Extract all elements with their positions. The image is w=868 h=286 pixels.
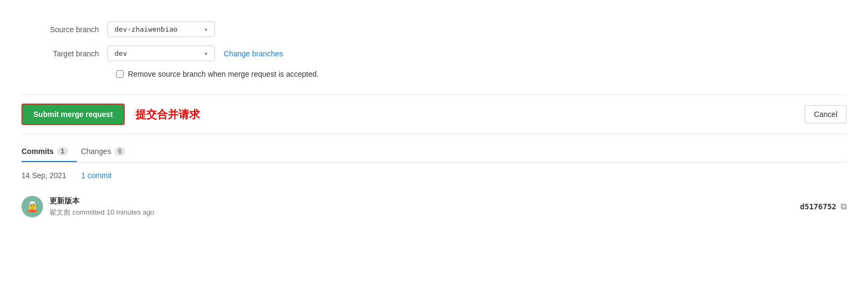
- commit-right: d5176752 ⧉: [800, 202, 847, 211]
- tab-changes-badge: 6: [114, 147, 126, 156]
- source-branch-select[interactable]: dev-zhaiwenbiao ▾: [107, 21, 215, 37]
- source-branch-row: Source branch dev-zhaiwenbiao ▾: [21, 21, 847, 37]
- target-branch-row: Target branch dev ▾ Change branches: [21, 46, 847, 61]
- page-container: Source branch dev-zhaiwenbiao ▾ Target b…: [0, 0, 868, 233]
- commit-meta: 翟文彪 committed 10 minutes ago: [49, 208, 154, 217]
- commit-time: committed 10 minutes ago: [73, 208, 154, 216]
- cancel-button[interactable]: Cancel: [805, 105, 847, 123]
- tab-commits-badge: 1: [57, 147, 68, 156]
- tab-changes-label: Changes: [81, 147, 111, 156]
- tab-changes[interactable]: Changes 6: [81, 143, 134, 162]
- target-branch-label: Target branch: [21, 49, 107, 58]
- commit-left: 🧝 更新版本 翟文彪 committed 10 minutes ago: [21, 196, 154, 217]
- target-branch-select[interactable]: dev ▾: [107, 46, 215, 61]
- target-branch-chevron-icon: ▾: [204, 50, 208, 57]
- tabs-area: Commits 1 Changes 6 14 Sep, 2021 1 commi…: [21, 134, 847, 223]
- change-branches-link[interactable]: Change branches: [224, 49, 283, 58]
- source-branch-label: Source branch: [21, 25, 107, 34]
- avatar: 🧝: [21, 196, 43, 217]
- submit-area: Submit merge request 提交合并请求 Cancel: [21, 94, 847, 134]
- tabs-nav: Commits 1 Changes 6: [21, 143, 847, 163]
- branch-section: Source branch dev-zhaiwenbiao ▾ Target b…: [21, 11, 847, 94]
- chinese-title: 提交合并请求: [135, 107, 200, 122]
- submit-merge-request-button[interactable]: Submit merge request: [21, 104, 125, 125]
- commit-hash: d5176752: [800, 202, 836, 211]
- avatar-emoji: 🧝: [26, 201, 38, 212]
- remove-source-branch-checkbox[interactable]: [116, 70, 124, 78]
- commit-info: 更新版本 翟文彪 committed 10 minutes ago: [49, 196, 154, 217]
- commit-title: 更新版本: [49, 196, 154, 206]
- remove-source-branch-label: Remove source branch when merge request …: [128, 70, 319, 78]
- target-branch-value: dev: [114, 49, 127, 57]
- submit-left: Submit merge request 提交合并请求: [21, 104, 200, 125]
- tab-commits-label: Commits: [21, 147, 54, 156]
- commit-author: 翟文彪: [49, 208, 70, 216]
- commit-count-link[interactable]: 1 commit: [81, 171, 112, 180]
- source-branch-chevron-icon: ▾: [204, 26, 208, 33]
- commit-row: 🧝 更新版本 翟文彪 committed 10 minutes ago d517…: [21, 190, 847, 223]
- copy-icon[interactable]: ⧉: [841, 202, 847, 211]
- tab-commits[interactable]: Commits 1: [21, 143, 77, 162]
- source-branch-value: dev-zhaiwenbiao: [114, 25, 177, 33]
- commit-date: 14 Sep, 2021: [21, 171, 66, 180]
- remove-source-branch-row: Remove source branch when merge request …: [116, 70, 847, 78]
- commit-date-header: 14 Sep, 2021 1 commit: [21, 171, 847, 184]
